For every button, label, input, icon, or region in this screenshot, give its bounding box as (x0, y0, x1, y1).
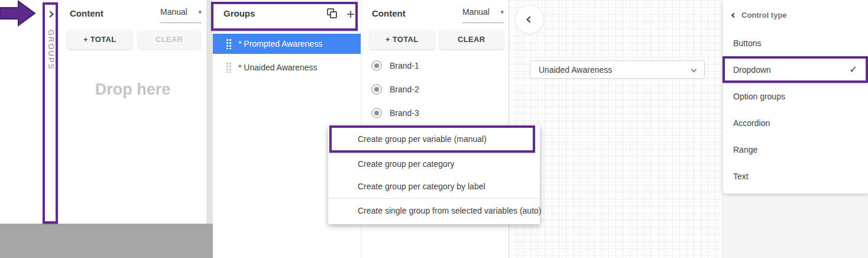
radio-icon[interactable] (371, 84, 382, 95)
collapse-panel-button[interactable] (515, 5, 544, 34)
radio-label: Brand-3 (390, 108, 419, 118)
canvas-dropdown-control[interactable]: Unaided Awareness (530, 60, 705, 79)
option-label: Dropdown (733, 65, 771, 75)
outside-page-area (0, 224, 213, 258)
mode-value: Manual (160, 7, 187, 17)
drop-here-placeholder: Drop here (59, 80, 206, 99)
mode-value: Manual (462, 7, 490, 17)
control-type-option-range[interactable]: Range (723, 136, 868, 163)
option-label: Text (733, 172, 749, 181)
option-label: Buttons (733, 38, 761, 48)
menu-item-create-group-per-variable[interactable]: Create group per variable (manual) (328, 125, 540, 153)
drag-handle-icon[interactable] (226, 38, 232, 49)
panel-gap-strip (206, 0, 213, 224)
radio-label: Brand-1 (390, 61, 419, 70)
right-column-background (723, 194, 868, 258)
left-margin-area (0, 0, 43, 224)
duplicate-group-icon[interactable] (326, 8, 338, 20)
add-group-icon[interactable]: + (346, 8, 355, 20)
option-label: Accordion (733, 118, 770, 128)
caret-down-icon: ▾ (198, 8, 202, 16)
dropdown-value: Unaided Awareness (539, 65, 612, 75)
groups-panel-title: Groups (224, 8, 255, 18)
mode-select[interactable]: Manual ▾ (160, 7, 202, 23)
control-type-option-option-groups[interactable]: Option groups (723, 83, 868, 109)
radio-option-brand-2[interactable]: Brand-2 (361, 79, 509, 100)
menu-item-create-group-per-category-by-label[interactable]: Create group per category by label (328, 175, 540, 198)
control-type-panel: Control type Buttons Dropdown ✓ Option g… (723, 0, 868, 194)
add-total-button[interactable]: + TOTAL (67, 30, 132, 49)
group-item-label: * Prompted Awareness (238, 39, 322, 49)
content-panel-1: Content Manual ▾ + TOTAL CLEAR Drop here (59, 0, 206, 224)
check-icon: ✓ (850, 64, 857, 75)
radio-icon[interactable] (371, 108, 382, 118)
control-type-option-text[interactable]: Text (723, 163, 868, 189)
menu-item-create-group-per-category[interactable]: Create group per category (328, 153, 540, 175)
chevron-down-icon (691, 67, 697, 73)
clear-button[interactable]: CLEAR (137, 30, 202, 49)
radio-icon[interactable] (371, 60, 382, 71)
collapsed-groups-sidebar[interactable]: GROUPS (43, 0, 59, 224)
collapsed-sidebar-label: GROUPS (47, 30, 56, 70)
add-total-button[interactable]: + TOTAL (370, 30, 435, 49)
control-type-title: Control type (741, 11, 787, 20)
duplicate-icon-front-square (330, 11, 337, 18)
control-type-option-dropdown[interactable]: Dropdown ✓ (723, 56, 868, 83)
back-chevron-icon[interactable] (731, 12, 736, 17)
expand-chevron-icon[interactable] (47, 11, 53, 17)
panel-title: Content (372, 8, 406, 18)
option-label: Option groups (733, 92, 785, 101)
radio-option-brand-1[interactable]: Brand-1 (361, 55, 509, 76)
clear-button[interactable]: CLEAR (439, 30, 504, 49)
group-item-unaided-awareness[interactable]: * Unaided Awareness (213, 57, 361, 78)
panel-title: Content (70, 8, 103, 18)
mode-select[interactable]: Manual ▾ (462, 7, 504, 23)
create-group-context-menu: Create group per variable (manual) Creat… (328, 125, 540, 224)
radio-label: Brand-2 (390, 85, 419, 94)
option-label: Range (733, 145, 757, 154)
group-item-label: * Unaided Awareness (238, 63, 318, 72)
group-item-prompted-awareness[interactable]: * Prompted Awareness (213, 34, 361, 54)
radio-option-brand-3[interactable]: Brand-3 (361, 102, 509, 124)
drag-handle-icon[interactable] (226, 62, 232, 73)
chevron-left-icon (526, 16, 533, 22)
caret-down-icon: ▾ (500, 8, 504, 16)
control-type-option-accordion[interactable]: Accordion (723, 109, 868, 136)
annotation-arrow-icon (0, 0, 37, 27)
menu-item-create-single-group-auto[interactable]: Create single group from selected variab… (328, 199, 540, 223)
control-type-option-buttons[interactable]: Buttons (723, 30, 868, 56)
